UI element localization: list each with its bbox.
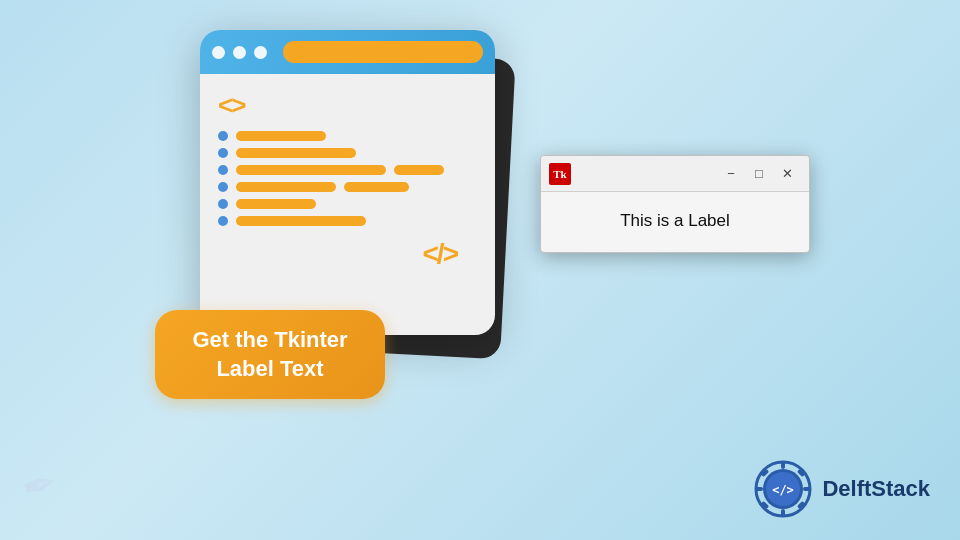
- code-bar: [394, 165, 444, 175]
- minimize-button[interactable]: −: [717, 162, 745, 186]
- tkinter-titlebar: Tk − □ ✕: [541, 156, 809, 192]
- promo-pill: Get the Tkinter Label Text: [155, 310, 385, 399]
- dot-bullet: [218, 182, 228, 192]
- feather-icon: ✒: [16, 457, 62, 513]
- code-bar: [236, 199, 316, 209]
- svg-text:</>: </>: [773, 483, 795, 497]
- traffic-dot-2: [233, 46, 246, 59]
- code-line-row: [218, 165, 477, 175]
- editor-body: <>: [200, 74, 495, 286]
- tkinter-label: This is a Label: [620, 211, 730, 231]
- svg-rect-3: [755, 487, 763, 491]
- delft-emblem-svg: </>: [754, 460, 812, 518]
- code-line-row: [218, 148, 477, 158]
- code-bracket-top: <>: [218, 90, 477, 121]
- dot-bullet: [218, 199, 228, 209]
- tkinter-body: This is a Label: [541, 192, 809, 252]
- code-line-row: [218, 199, 477, 209]
- code-bar: [236, 165, 386, 175]
- code-bar: [236, 148, 356, 158]
- editor-searchbar: [283, 41, 483, 63]
- editor-titlebar: [200, 30, 495, 74]
- dot-bullet: [218, 131, 228, 141]
- code-bracket-bottom: </>: [218, 238, 477, 270]
- tkinter-window: Tk − □ ✕ This is a Label: [540, 155, 810, 253]
- dot-bullet: [218, 148, 228, 158]
- promo-pill-text: Get the Tkinter Label Text: [181, 326, 359, 383]
- svg-rect-4: [803, 487, 811, 491]
- code-lines: [218, 131, 477, 226]
- code-bar: [236, 216, 366, 226]
- code-line-row: [218, 131, 477, 141]
- tkinter-app-icon: Tk: [549, 163, 571, 185]
- editor-card: <>: [200, 30, 495, 335]
- dot-bullet: [218, 216, 228, 226]
- code-bar: [236, 182, 336, 192]
- traffic-dot-1: [212, 46, 225, 59]
- code-line-row: [218, 216, 477, 226]
- close-button[interactable]: ✕: [773, 162, 801, 186]
- code-line-row: [218, 182, 477, 192]
- svg-rect-1: [781, 461, 785, 469]
- svg-rect-2: [781, 509, 785, 517]
- dot-bullet: [218, 165, 228, 175]
- delft-logo-text: DelftStack: [822, 476, 930, 502]
- delft-logo: </> DelftStack: [754, 460, 930, 518]
- maximize-button[interactable]: □: [745, 162, 773, 186]
- code-bar: [344, 182, 409, 192]
- traffic-dot-3: [254, 46, 267, 59]
- code-bar: [236, 131, 326, 141]
